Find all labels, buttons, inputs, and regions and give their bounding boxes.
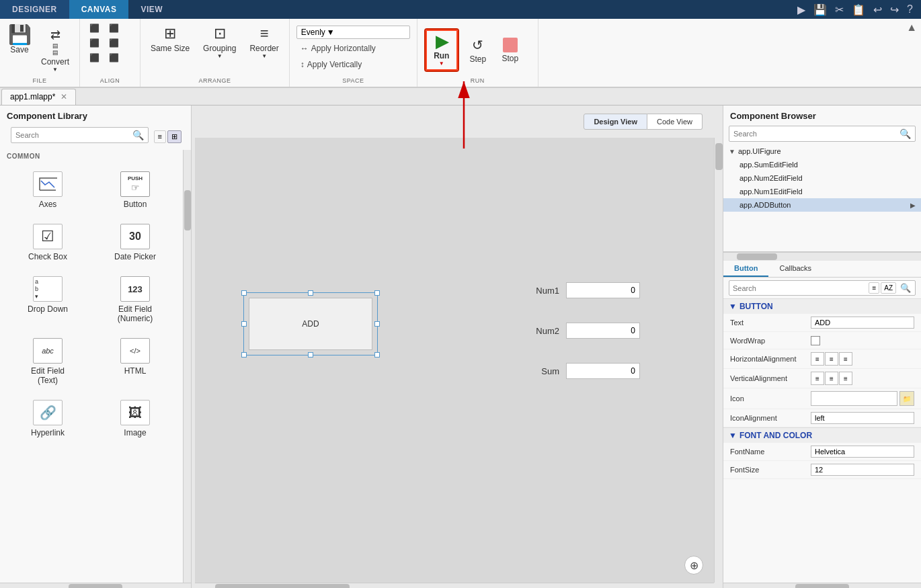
ribbon-collapse-btn[interactable]: ▲ <box>906 22 917 34</box>
grouping-button[interactable]: ⊡ Grouping ▼ <box>198 22 241 62</box>
halign-left-btn[interactable]: ≡ <box>811 352 824 366</box>
iconalignment-prop-input[interactable] <box>811 412 914 424</box>
component-editfield-numeric[interactable]: 123 Edit Field(Numeric) <box>93 269 177 328</box>
handle-tr[interactable] <box>374 290 380 296</box>
step-button[interactable]: ↺ Step <box>465 34 491 67</box>
doc-tab-close[interactable]: ✕ <box>61 92 67 101</box>
button-section-header[interactable]: ▼ BUTTON <box>723 298 921 314</box>
halign-right-btn[interactable]: ≡ <box>839 352 852 366</box>
editfield-text-label: Edit Field(Text) <box>31 366 65 385</box>
redo-icon-btn[interactable]: ↪ <box>887 2 902 17</box>
button-section-label: BUTTON <box>739 302 773 311</box>
zoom-button[interactable]: ⊕ <box>684 556 703 575</box>
align-left-btn[interactable]: ⬛ <box>85 22 104 35</box>
apply-h-button[interactable]: ↔ Apply Horizontally <box>296 42 410 55</box>
handle-br[interactable] <box>374 352 380 358</box>
fontname-prop-label: FontName <box>730 448 811 456</box>
tree-item-sumeditfield[interactable]: app.SumEditField <box>723 158 921 171</box>
left-scrollbar[interactable] <box>183 150 191 583</box>
save-icon-btn[interactable]: 💾 <box>811 2 830 17</box>
icon-input-row: 📁 <box>811 391 914 406</box>
prop-row-icon: Icon 📁 <box>723 388 921 409</box>
num1-input[interactable] <box>566 282 640 298</box>
canvas-hscroll[interactable] <box>195 583 714 588</box>
prop-row-valign: VerticalAlignment ≡ ≡ ≡ <box>723 369 921 388</box>
prop-sort-icon-btn[interactable]: AZ <box>881 282 896 294</box>
tab-view[interactable]: VIEW <box>128 0 175 19</box>
same-size-button[interactable]: ⊞ Same Size <box>146 22 194 56</box>
tab-canvas[interactable]: CANVAS <box>69 0 129 19</box>
num2-input[interactable] <box>566 323 640 339</box>
component-checkbox[interactable]: ☑ Check Box <box>5 216 90 266</box>
handle-bl[interactable] <box>241 352 247 358</box>
icon-browse-btn[interactable]: 📁 <box>899 391 914 406</box>
checkbox-icon: ☑ <box>33 224 63 249</box>
code-view-btn[interactable]: Code View <box>647 114 703 130</box>
valign-middle-btn[interactable]: ≡ <box>825 372 838 385</box>
left-panel-hscroll[interactable] <box>0 583 191 588</box>
undo-icon-btn[interactable]: ↩ <box>871 2 885 17</box>
handle-tl[interactable] <box>241 290 247 296</box>
handle-mr[interactable] <box>374 321 380 327</box>
valign-top-btn[interactable]: ≡ <box>811 372 824 385</box>
help-icon-btn[interactable]: ? <box>904 2 916 17</box>
component-image[interactable]: 🖼 Image <box>93 392 177 442</box>
tree-item-num1editfield[interactable]: app.Num1EditField <box>723 185 921 198</box>
canvas-vscroll[interactable] <box>714 138 723 583</box>
save-button[interactable]: 💾 Save <box>5 22 34 58</box>
doc-tab-app1[interactable]: app1.mlapp* ✕ <box>1 89 76 105</box>
handle-ml[interactable] <box>241 321 247 327</box>
fontcolor-section-collapse-icon: ▼ <box>729 431 737 440</box>
align-center-btn[interactable]: ⬛ <box>85 36 104 50</box>
fontsize-prop-input[interactable] <box>811 464 914 476</box>
handle-bc[interactable] <box>308 352 313 358</box>
tree-hscroll[interactable] <box>723 252 921 261</box>
align-middle-btn[interactable]: ⬛ <box>105 36 123 50</box>
grid-view-btn[interactable]: ⊞ <box>167 130 182 143</box>
component-button[interactable]: PUSH ☞ Button <box>93 164 177 214</box>
align-top-btn[interactable]: ⬛ <box>105 22 123 35</box>
convert-button[interactable]: ⇄ ▤ ▤ Convert ▼ <box>36 22 74 76</box>
sum-input[interactable] <box>566 363 640 379</box>
tab-button-props[interactable]: Button <box>723 261 768 277</box>
align-bottom-btn[interactable]: ⬛ <box>105 51 123 65</box>
copy-icon-btn[interactable]: 📋 <box>849 2 868 17</box>
text-prop-input[interactable] <box>811 317 914 329</box>
component-hyperlink[interactable]: 🔗 Hyperlink <box>5 392 90 442</box>
canvas-bg[interactable]: ADD Num1 <box>195 138 714 583</box>
prop-list-icon-btn[interactable]: ≡ <box>869 282 879 294</box>
right-panel-hscroll[interactable] <box>723 583 921 588</box>
cut-icon-btn[interactable]: ✂ <box>832 2 846 17</box>
component-search-input[interactable] <box>11 128 128 142</box>
reorder-button[interactable]: ≡ Reorder ▼ <box>245 22 283 62</box>
wordwrap-checkbox[interactable] <box>811 336 820 345</box>
browser-search-input[interactable] <box>729 127 895 140</box>
component-editfield-text[interactable]: abc Edit Field(Text) <box>5 331 90 390</box>
icon-field[interactable] <box>811 391 897 406</box>
halign-center-btn[interactable]: ≡ <box>825 352 838 366</box>
run-button[interactable]: ▶ Run ▼ <box>424 28 459 72</box>
space-evenly-dropdown[interactable]: Evenly ▼ <box>296 26 410 39</box>
tree-item-addbutton[interactable]: app.ADDButton ▶ <box>723 198 921 212</box>
property-search-input[interactable] <box>729 282 869 294</box>
tab-callbacks[interactable]: Callbacks <box>768 261 822 277</box>
valign-bottom-btn[interactable]: ≡ <box>839 372 852 385</box>
fontcolor-section-header[interactable]: ▼ FONT AND COLOR <box>723 427 921 443</box>
tree-item-uifigure[interactable]: ▼ app.UIFigure <box>723 144 921 158</box>
fontname-prop-input[interactable] <box>811 446 914 458</box>
component-datepicker[interactable]: 30 Date Picker <box>93 216 177 266</box>
component-dropdown[interactable]: a b ▾ Drop Down <box>5 269 90 328</box>
list-view-btn[interactable]: ≡ <box>154 130 166 143</box>
stop-button[interactable]: Stop <box>497 34 524 67</box>
add-button-widget[interactable]: ADD <box>249 298 372 350</box>
component-html[interactable]: </> HTML <box>93 331 177 390</box>
design-view-btn[interactable]: Design View <box>584 114 647 130</box>
component-axes[interactable]: Axes <box>5 164 90 214</box>
handle-tc[interactable] <box>308 290 313 296</box>
apply-v-button[interactable]: ↕ Apply Vertically <box>296 58 410 71</box>
tab-designer[interactable]: DESIGNER <box>0 0 69 19</box>
tree-item-num2editfield[interactable]: app.Num2EditField <box>723 171 921 185</box>
run-icon-btn[interactable]: ▶ <box>795 2 808 17</box>
align-right-btn[interactable]: ⬛ <box>85 51 104 65</box>
run-play-icon: ▶ <box>436 34 448 50</box>
